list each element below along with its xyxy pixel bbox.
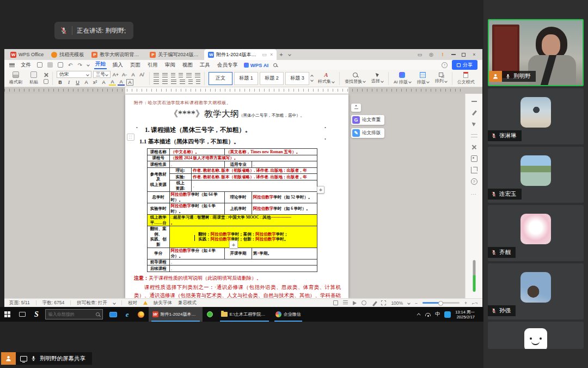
quickbar-dropdown-icon[interactable] xyxy=(87,63,90,67)
more-tools-icon[interactable]: ... xyxy=(471,190,477,196)
print-icon[interactable] xyxy=(58,62,63,68)
fit-width-icon[interactable] xyxy=(471,98,477,105)
text-effect-icon[interactable]: A xyxy=(130,72,137,77)
minimize-button[interactable] xyxy=(451,54,456,55)
font-color-button[interactable]: A xyxy=(118,79,125,86)
table-insert-column-button[interactable]: + xyxy=(317,186,324,194)
table-label-cell[interactable]: 开课学期 xyxy=(224,248,252,259)
numbered-list-icon[interactable] xyxy=(162,73,168,77)
select-button[interactable]: 选择 xyxy=(370,73,384,84)
task-view-button[interactable] xyxy=(15,307,30,322)
word-count[interactable]: 字数: 6754 xyxy=(42,300,65,306)
table-label-cell[interactable]: 课程性质 xyxy=(148,161,170,168)
menu-tools[interactable]: 工具 xyxy=(199,62,211,69)
zoom-out-button[interactable]: − xyxy=(415,300,418,306)
style-scroll-up-icon[interactable] xyxy=(310,75,314,78)
table-insert-row-button[interactable]: + xyxy=(229,240,238,249)
participant-tile[interactable]: 荆明野 xyxy=(488,19,584,86)
missing-font-warning[interactable]: 缺失字体 xyxy=(154,300,172,306)
taskbar-folder[interactable]: E:\土木工程学院教... xyxy=(217,307,272,322)
bold-button[interactable]: B xyxy=(57,80,64,85)
close-window-button[interactable]: × xyxy=(471,52,477,57)
style-set-button[interactable]: A样式集 xyxy=(317,72,335,85)
table-label-cell[interactable]: 理论: xyxy=(169,167,192,174)
table-label-cell[interactable]: 线上教学平……台 xyxy=(148,214,170,226)
copy-icon[interactable] xyxy=(44,79,48,84)
clear-format-icon[interactable]: A/ xyxy=(138,72,145,77)
indent-decrease-icon[interactable] xyxy=(171,73,175,77)
zoom-slider[interactable] xyxy=(422,302,460,304)
participant-tile[interactable]: 张淋琳 xyxy=(488,88,584,144)
taskbar-wecom[interactable]: 企业微信 xyxy=(272,307,305,322)
start-button[interactable] xyxy=(0,307,15,322)
table-value-cell[interactable]: 阿拉伯数字学时（如 6 学时）。 xyxy=(252,203,317,214)
new-doc-icon[interactable] xyxy=(37,62,42,68)
document-page[interactable]: 附件：哈尔滨石油学院本科课程教学大纲模板。 《****》教学大纲（黑体小二号字，… xyxy=(125,94,348,298)
font-name-select[interactable]: 仿宋 xyxy=(57,71,91,78)
table-value-cell[interactable]: 作者. 教材名称. 版本（初版省略）. 译作者. 出版地：出版者，年 xyxy=(192,174,317,180)
browser-360-button[interactable] xyxy=(203,307,217,322)
close-tab-icon[interactable]: × xyxy=(270,52,273,57)
strikethrough-button[interactable]: A xyxy=(83,80,90,85)
table-value-cell[interactable]: 。 xyxy=(252,161,317,168)
style-heading1[interactable]: 标题 1 xyxy=(234,72,258,85)
border-icon[interactable] xyxy=(196,80,200,84)
table-label-cell[interactable]: 适用专业 xyxy=(224,161,252,168)
table-value-cell[interactable]: 。 xyxy=(169,266,317,272)
table-label-cell[interactable]: 课程号 xyxy=(148,155,170,161)
menu-file[interactable]: 文件 xyxy=(20,62,32,69)
table-label-cell[interactable]: 翻转、案例、实践、创新 xyxy=(148,226,170,248)
horizontal-ruler[interactable] xyxy=(4,87,482,94)
table-label-cell[interactable]: 前导课程 xyxy=(148,259,170,266)
ime-indicator[interactable]: 中 xyxy=(435,311,440,318)
participant-tile[interactable]: 连宏玉 xyxy=(488,147,584,203)
table-label-cell[interactable]: 学分 xyxy=(148,248,170,259)
syllabus-table[interactable]: 课程名称（中文名称）。（英文名称，Times new Roman 五号）。课程号… xyxy=(147,148,317,272)
zoom-level[interactable]: 100% xyxy=(391,300,403,306)
tab-pptx-background[interactable]: P教学大纲说明背景图片.pptx xyxy=(88,49,146,60)
menu-view[interactable]: 视图 xyxy=(181,62,194,69)
decrease-font-icon[interactable]: A- xyxy=(121,72,128,77)
style-heading2[interactable]: 标题 2 xyxy=(260,72,284,85)
select-tool-icon[interactable] xyxy=(471,121,477,128)
table-label-cell[interactable]: 理论学时 xyxy=(224,191,252,203)
display-app-button[interactable] xyxy=(105,307,121,322)
menu-reference[interactable]: 引用 xyxy=(146,62,159,69)
s-app-button[interactable]: S xyxy=(30,307,43,322)
underline-button[interactable]: U xyxy=(74,80,81,85)
fullscreen-icon[interactable]: ⌐¬ xyxy=(472,300,477,306)
search-input[interactable] xyxy=(48,312,94,317)
increase-font-icon[interactable]: A+ xyxy=(112,72,119,77)
justify-icon[interactable] xyxy=(180,80,185,84)
find-replace-button[interactable]: 查找替换 xyxy=(344,73,366,85)
ink-icon[interactable] xyxy=(371,300,376,305)
tab-current-document[interactable]: W附件1-2024版本科人才培养方▭× xyxy=(204,49,277,60)
share-button[interactable]: 分享 xyxy=(452,60,477,70)
cut-tool-icon[interactable] xyxy=(471,144,477,150)
save-icon[interactable] xyxy=(47,62,53,68)
tab-wps-home[interactable]: WWPS Office xyxy=(7,49,47,60)
network-icon[interactable] xyxy=(425,313,431,316)
upgrade-icon[interactable]: ↑ xyxy=(442,62,448,68)
collapse-tools-button[interactable] xyxy=(351,104,361,112)
menu-review[interactable]: 审阅 xyxy=(164,62,176,69)
zoom-in-button[interactable]: + xyxy=(464,300,467,306)
play-view-icon[interactable] xyxy=(353,301,357,305)
hamburger-icon[interactable] xyxy=(9,63,15,67)
participant-tile[interactable]: 齐靓 xyxy=(488,205,584,261)
italic-button[interactable]: I xyxy=(65,80,72,85)
indent-increase-icon[interactable] xyxy=(179,73,183,77)
menu-page[interactable]: 页面 xyxy=(129,62,142,69)
table-value-cell[interactable]: （英文名称，Times new Roman 五号）。 xyxy=(224,149,317,155)
annotate-icon[interactable] xyxy=(471,110,477,116)
align-center-icon[interactable] xyxy=(162,80,168,84)
cut-icon[interactable] xyxy=(44,73,48,77)
table-value-cell[interactable]: 翻转：阿拉伯数字学时；案例：阿拉伯数字学时；实践：阿拉伯数字学时；创新：阿拉伯数… xyxy=(169,226,317,248)
table-handle-icon[interactable]: ⁚⁚ xyxy=(127,134,134,141)
taskbar-search[interactable] xyxy=(45,309,103,319)
paper-check-button[interactable]: G论文查重 xyxy=(351,115,384,125)
table-value-cell[interactable]: 。 xyxy=(192,180,317,191)
table-label-cell[interactable]: 实验: xyxy=(169,174,192,180)
tab-pptx-plan[interactable]: P关于编写2024版本科人才培养方案内 xyxy=(146,49,204,60)
zoom-dropdown-icon[interactable] xyxy=(407,301,411,305)
